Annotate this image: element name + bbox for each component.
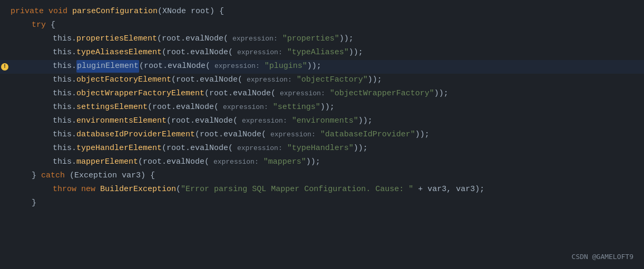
plain-token [67, 5, 72, 18]
function-token: databaseIdProviderElement [76, 128, 195, 141]
string-token: "environments" [292, 115, 358, 127]
param-label-token: expression: [210, 61, 260, 72]
plain-token: (root.evalNode( [139, 60, 210, 73]
plain-token: (root.evalNode( [157, 33, 228, 45]
param-label-token: expression: [276, 88, 325, 99]
plain-token: } [32, 170, 41, 182]
plain-token: this. [53, 128, 76, 141]
line3: this.propertiesElement(root.evalNode( ex… [0, 33, 644, 46]
plain-token: )); [368, 74, 382, 86]
plain-token: this. [53, 87, 76, 100]
plain-token: )); [339, 33, 354, 45]
param-label-token: expression: [233, 47, 282, 58]
plain-token: { [46, 19, 55, 32]
function-token: mapperElement [76, 156, 138, 168]
string-token: "databaseIdProvider" [320, 128, 415, 141]
function-token: typeHandlerElement [76, 142, 162, 155]
line12: this.mapperElement(root.evalNode( expres… [0, 156, 644, 170]
plain-token: this. [53, 60, 76, 73]
line7: this.objectWrapperFactoryElement(root.ev… [0, 87, 644, 101]
plain-token: ( [176, 183, 181, 196]
line8: this.settingsElement(root.evalNode( expr… [0, 101, 644, 115]
param-label-token: expression: [219, 102, 268, 113]
function-token: typeAliasesElement [76, 46, 162, 59]
plain-token: )); [306, 156, 320, 168]
param-label-token: expression: [266, 129, 316, 141]
plain-token: )); [307, 60, 321, 73]
plain-token: (root.evalNode( [204, 87, 276, 100]
keyword-token: private [11, 5, 44, 18]
plain-token: } [32, 197, 36, 210]
function-token: settingsElement [76, 101, 148, 114]
line13: } catch (Exception var3) { [0, 170, 644, 183]
plain-token: (Exception var3) { [65, 170, 155, 182]
keyword-token: void [48, 5, 67, 18]
plain-token [278, 33, 282, 45]
function-token: propertiesElement [76, 33, 157, 45]
bulb-icon[interactable]: ! [1, 63, 8, 71]
string-token: "objectWrapperFactory" [330, 87, 434, 100]
plain-token [325, 87, 330, 100]
function-token: objectWrapperFactoryElement [76, 87, 204, 100]
plain-token [268, 101, 273, 114]
plain-token: this. [53, 74, 76, 86]
function-token: BuilderException [100, 183, 176, 196]
string-token: "mappers" [264, 156, 306, 168]
plain-token: (XNode root) { [158, 5, 224, 18]
plain-token [259, 156, 264, 168]
plain-token: )); [434, 87, 448, 100]
line1: private void parseConfiguration(XNode ro… [0, 5, 644, 19]
plain-token: )); [354, 142, 368, 155]
plain-token: )); [320, 101, 335, 114]
string-token: "typeHandlers" [287, 142, 354, 155]
keyword-token: catch [41, 170, 65, 182]
plain-token: (root.evalNode( [162, 46, 233, 59]
param-label-token: expression: [238, 116, 287, 127]
param-label-token: expression: [242, 75, 292, 86]
function-token: environmentsElement [76, 115, 167, 127]
string-token: "settings" [273, 101, 320, 114]
param-label-token: expression: [233, 143, 282, 154]
plain-token: + var3, var3); [413, 183, 484, 196]
string-token: "typeAliases" [287, 46, 349, 59]
keyword-token: throw [53, 183, 76, 196]
plain-token: (root.evalNode( [167, 115, 238, 127]
plain-token: (root.evalNode( [138, 156, 209, 168]
plain-token: )); [358, 115, 373, 127]
param-label-token: expression: [209, 157, 259, 168]
plain-token: (root.evalNode( [171, 74, 242, 86]
line4: this.typeAliasesElement(root.evalNode( e… [0, 46, 644, 60]
plain-token [316, 128, 320, 141]
function-token: parseConfiguration [72, 5, 158, 18]
string-token: "properties" [282, 33, 339, 45]
param-label-token: expression: [228, 34, 278, 45]
keyword-token: try [32, 19, 46, 32]
line11: this.typeHandlerElement(root.evalNode( e… [0, 142, 644, 156]
line14: throw new BuilderException("Error parsin… [0, 183, 644, 197]
plain-token [44, 5, 48, 18]
plain-token [282, 142, 287, 155]
plain-token: this. [53, 101, 76, 114]
plain-token: this. [53, 33, 76, 45]
plain-token [287, 115, 292, 127]
line9: this.environmentsElement(root.evalNode( … [0, 115, 644, 128]
plain-token: (root.evalNode( [162, 142, 233, 155]
watermark: CSDN @GAMELOFT9 [572, 252, 633, 263]
keyword-token: new [81, 183, 95, 196]
string-token: "Error parsing SQL Mapper Configuration.… [181, 183, 413, 196]
plain-token: )); [415, 128, 430, 141]
line5: !this.pluginElement(root.evalNode( expre… [0, 60, 644, 74]
line10: this.databaseIdProviderElement(root.eval… [0, 128, 644, 142]
string-token: "objectFactory" [297, 74, 368, 86]
plain-token: this. [53, 46, 76, 59]
plain-token [282, 46, 287, 59]
line2: try { [0, 19, 644, 33]
plain-token: (root.evalNode( [195, 128, 266, 141]
plain-token: this. [53, 115, 76, 127]
highlighted-token: pluginElement [76, 60, 139, 73]
line6: this.objectFactoryElement(root.evalNode(… [0, 74, 644, 87]
plain-token [76, 183, 81, 196]
line15: } [0, 197, 644, 211]
plain-token: this. [53, 142, 76, 155]
function-token: objectFactoryElement [76, 74, 171, 86]
